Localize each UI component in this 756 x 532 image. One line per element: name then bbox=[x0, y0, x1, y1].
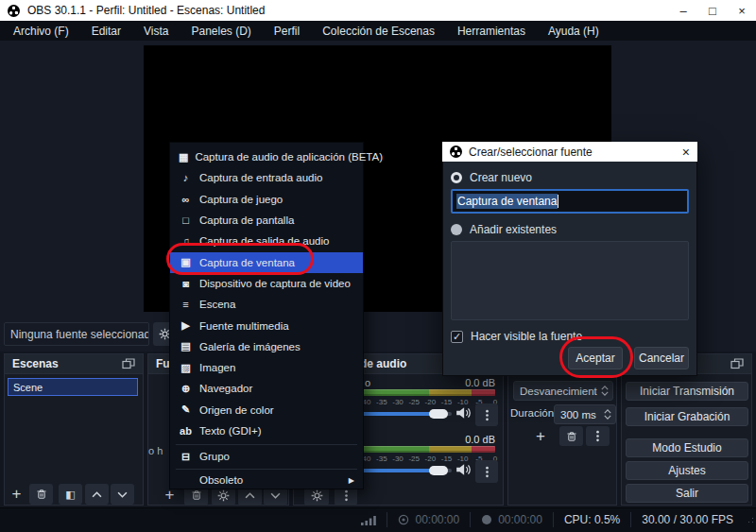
existing-sources-list[interactable] bbox=[451, 241, 689, 320]
meter-tick: -20 bbox=[425, 455, 437, 463]
mixer-channel-menu-button[interactable] bbox=[475, 403, 498, 426]
kebab-menu-icon bbox=[485, 466, 490, 478]
exit-button[interactable]: Salir bbox=[626, 484, 748, 503]
chevron-up-icon bbox=[245, 492, 255, 499]
remove-transition-button[interactable] bbox=[559, 426, 583, 446]
menu-item-color-source[interactable]: ✎Origen de color bbox=[170, 400, 363, 420]
remove-scene-button[interactable] bbox=[29, 484, 53, 505]
menu-item-group[interactable]: ⊟Grupo bbox=[170, 446, 363, 467]
meter-tick: -25 bbox=[408, 455, 420, 463]
transition-menu-button[interactable] bbox=[586, 426, 610, 446]
start-streaming-button[interactable]: Iniciar Transmisión bbox=[626, 382, 748, 401]
meter-tick: -35 bbox=[376, 398, 387, 406]
game-capture-icon: ∞ bbox=[179, 194, 193, 205]
resize-grip[interactable] bbox=[752, 522, 753, 523]
speaker-icon[interactable] bbox=[455, 406, 471, 420]
menu-item-media-source[interactable]: ▶Fuente multimedia bbox=[170, 315, 363, 335]
menu-item-game-capture[interactable]: ∞Captura de juego bbox=[170, 189, 363, 210]
menu-item-video-capture-device[interactable]: ◙Dispositivo de captura de video bbox=[170, 273, 363, 294]
add-transition-button[interactable]: + bbox=[528, 426, 553, 446]
mixer-channel-menu-button[interactable] bbox=[475, 460, 498, 483]
menubar-item-1[interactable]: Editar bbox=[80, 23, 132, 40]
controls-panel: Iniciar TransmisiónIniciar GrabaciónModo… bbox=[621, 353, 752, 506]
studio-mode-button[interactable]: Modo Estudio bbox=[626, 438, 748, 457]
duration-spinbox[interactable]: 300 ms bbox=[554, 404, 616, 424]
dialog-close-icon[interactable]: × bbox=[682, 145, 690, 160]
meter-tick: -15 bbox=[441, 398, 453, 406]
scene-list-item[interactable]: Scene bbox=[8, 378, 138, 396]
annotation-ring-accept bbox=[559, 336, 633, 378]
menu-item-audio-input-capture[interactable]: ♪Captura de entrada audio bbox=[170, 167, 363, 188]
start-recording-button[interactable]: Iniciar Grabación bbox=[626, 407, 748, 426]
trash-icon bbox=[191, 489, 202, 501]
menu-item-display-capture[interactable]: □Captura de pantalla bbox=[170, 210, 363, 231]
radio-create-new-label: Crear nuevo bbox=[470, 171, 532, 184]
menu-item-label: Galería de imágenes bbox=[199, 341, 301, 352]
menu-separator bbox=[176, 469, 357, 470]
menu-item-label: Captura de entrada audio bbox=[199, 172, 322, 183]
source-name-input[interactable]: Captura de ventana bbox=[451, 189, 689, 214]
radio-add-existing[interactable]: Añadir existentes bbox=[451, 223, 557, 236]
connection-signal-icon bbox=[361, 514, 376, 525]
menubar-item-7[interactable]: Ayuda (H) bbox=[537, 23, 610, 40]
menu-item-image[interactable]: ▨Imagen bbox=[170, 357, 363, 378]
menubar-item-6[interactable]: Herramientas bbox=[446, 23, 537, 40]
menu-item-browser[interactable]: ⊕Navegador bbox=[170, 378, 363, 399]
visible-checkbox-row[interactable]: ✓ Hacer visible la fuente bbox=[451, 330, 582, 343]
kebab-menu-icon bbox=[344, 489, 349, 502]
menu-item-deprecated[interactable]: Obsoleto▶ bbox=[170, 472, 363, 489]
obs-logo-icon bbox=[8, 5, 20, 17]
menubar-item-5[interactable]: Colección de Escenas bbox=[311, 23, 446, 40]
scene-up-button[interactable] bbox=[85, 484, 109, 505]
text-gdi-icon: ab bbox=[179, 425, 193, 437]
close-button[interactable]: × bbox=[728, 0, 756, 21]
scenes-panel: Escenas bbox=[4, 353, 144, 506]
scene-down-button[interactable] bbox=[111, 484, 134, 505]
trash-icon bbox=[566, 431, 577, 442]
image-icon: ▨ bbox=[179, 362, 193, 374]
speaker-icon[interactable] bbox=[455, 463, 471, 476]
minimize-button[interactable]: – bbox=[669, 0, 697, 21]
cancel-button[interactable]: Cancelar bbox=[634, 347, 689, 369]
menu-item-label: Captura de juego bbox=[199, 194, 283, 205]
trash-icon bbox=[36, 489, 47, 500]
menu-separator bbox=[176, 444, 357, 445]
menubar-item-4[interactable]: Perfil bbox=[263, 23, 311, 40]
menu-item-text-gdi[interactable]: abTexto (GDI+) bbox=[170, 420, 363, 441]
radio-create-new[interactable]: Crear nuevo bbox=[451, 171, 532, 184]
popout-dock-icon[interactable] bbox=[122, 358, 135, 369]
menubar-item-2[interactable]: Vista bbox=[132, 23, 180, 40]
filters-icon: ◧ bbox=[65, 489, 75, 501]
meter-tick: -10 bbox=[457, 398, 469, 406]
settings-button[interactable]: Ajustes bbox=[626, 461, 748, 480]
dialog-title: Crear/seleccionar fuente bbox=[469, 146, 593, 159]
group-icon: ⊟ bbox=[179, 451, 193, 463]
transition-select[interactable]: Desvanecimiento bbox=[513, 381, 613, 401]
menubar-item-3[interactable]: Paneles (D) bbox=[180, 23, 263, 40]
add-scene-button[interactable]: + bbox=[5, 484, 28, 505]
menu-item-image-slideshow[interactable]: ▤Galería de imágenes bbox=[170, 336, 363, 357]
menu-item-label: Escena bbox=[199, 299, 235, 310]
menu-item-label: Obsoleto bbox=[199, 474, 243, 486]
volume-slider-handle[interactable] bbox=[429, 466, 448, 475]
radio-add-existing-label: Añadir existentes bbox=[470, 223, 557, 236]
menubar-item-0[interactable]: Archivo (F) bbox=[2, 23, 80, 40]
scenes-panel-header: Escenas bbox=[5, 354, 143, 374]
checkbox-checked-icon: ✓ bbox=[451, 331, 463, 343]
menu-item-label: Fuente multimedia bbox=[199, 320, 289, 332]
menu-item-scene[interactable]: ≡Escena bbox=[170, 294, 363, 315]
cpu-usage: CPU: 0.5% bbox=[564, 513, 620, 526]
maximize-button[interactable]: □ bbox=[698, 0, 727, 21]
menu-item-app-audio-capture[interactable]: ▦Captura de audio de aplicación (BETA) bbox=[170, 146, 363, 167]
scene-filters-button[interactable]: ◧ bbox=[59, 484, 82, 505]
meter-tick: -30 bbox=[392, 398, 404, 406]
meter-tick: -25 bbox=[408, 398, 420, 406]
transition-value: Desvanecimiento bbox=[514, 386, 597, 397]
popout-dock-icon[interactable] bbox=[730, 358, 744, 369]
volume-slider-handle[interactable] bbox=[429, 409, 448, 419]
scenes-panel-title: Escenas bbox=[12, 357, 59, 370]
select-arrows-icon bbox=[597, 386, 612, 396]
color-source-icon: ✎ bbox=[179, 403, 193, 416]
plus-icon: + bbox=[12, 485, 22, 504]
divider bbox=[470, 512, 471, 527]
